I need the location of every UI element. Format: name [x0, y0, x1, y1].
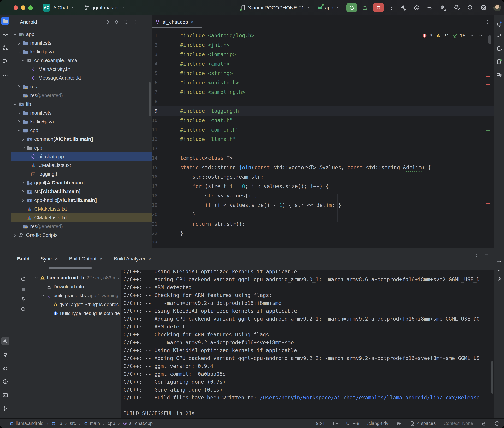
build-tree-item[interactable]: llama.android: fi22 sec, 583 ms [31, 273, 121, 282]
console-button-clear-all-trash[interactable] [495, 275, 503, 283]
code-line-9[interactable]: 9#include "logging.h" [152, 106, 494, 115]
build-options-kebab-icon[interactable] [474, 252, 479, 257]
chevron-down-icon[interactable] [21, 58, 26, 63]
chevron-right-icon[interactable] [17, 84, 22, 89]
window-zoom-button[interactable] [28, 6, 33, 10]
window-minimize-button[interactable] [21, 6, 25, 10]
chevron-right-icon[interactable] [21, 198, 26, 203]
code-line-5[interactable]: 5#include <string> [152, 68, 494, 78]
locate-icon[interactable] [105, 19, 110, 25]
stripe-button-device-manager[interactable] [495, 45, 503, 53]
kebab-icon[interactable] [132, 19, 138, 25]
collapse-all-icon[interactable] [123, 19, 129, 25]
caret-position-widget[interactable]: 9:21 [316, 421, 325, 426]
code-line-16[interactable]: 16 std::ostringstream str; [152, 172, 494, 181]
line-separator-widget[interactable]: LF [333, 421, 338, 426]
code-line-14[interactable]: 14template<class T> [152, 153, 494, 163]
tree-item-manifests[interactable]: manifests [11, 39, 152, 48]
next-problem-icon[interactable] [478, 33, 483, 38]
code-line-11[interactable]: 11#include "common.h" [152, 125, 494, 134]
code-line-13[interactable]: 13 [152, 144, 494, 153]
code-line-6[interactable]: 6#include <unistd.h> [152, 78, 494, 87]
expand-all-icon[interactable] [114, 19, 119, 25]
rerun-tasks-icon[interactable] [427, 4, 434, 11]
tree-item-app[interactable]: app [11, 30, 152, 39]
error-notice-icon[interactable] [494, 421, 500, 426]
console-button-soft-wrap[interactable] [495, 256, 503, 264]
stripe-button-pull-requests[interactable] [1, 57, 9, 65]
build-tree-item[interactable]: BuildType 'debug' is both de [31, 309, 121, 318]
code-line-8[interactable]: 8 [152, 97, 494, 106]
breadcrumb-item-ai-chat-cpp[interactable]: ai_chat.cpp [123, 421, 153, 426]
code-line-10[interactable]: 10#include "chat.h" [152, 115, 494, 125]
code-line-21[interactable]: 21 return str.str(); [152, 219, 494, 229]
stripe-button-running-devices[interactable] [495, 58, 503, 66]
tree-item-res[interactable]: res (generated) [11, 222, 152, 231]
stripe-button-problems[interactable] [1, 378, 9, 386]
project-selector[interactable]: AiChat [53, 5, 74, 11]
code-line-2[interactable]: 2#include <jni.h> [152, 40, 494, 50]
highlighting-level-icon[interactable] [396, 421, 402, 426]
build-tree-item[interactable]: 'jvmTarget: String' is deprec [31, 300, 121, 309]
re-sync-icon[interactable] [20, 276, 26, 282]
chevron-right-icon[interactable] [17, 110, 22, 115]
project-scrollbar[interactable] [149, 82, 151, 116]
code-line-17[interactable]: 17 for (size_t i = 0; i < values.size();… [152, 181, 494, 191]
stripe-button-logcat-cat[interactable] [1, 364, 9, 372]
rerun-app-button[interactable] [346, 3, 357, 12]
console-scrollbar[interactable] [491, 361, 493, 394]
navigate-with-selection-icon[interactable] [20, 306, 26, 313]
plus-icon[interactable] [95, 19, 101, 25]
chevron-right-icon[interactable] [21, 180, 26, 185]
device-selector[interactable]: Xiaomi POCOPHONE F1 [240, 5, 309, 11]
code-line-4[interactable]: 4#include <cmath> [152, 59, 494, 68]
tree-item-manifests[interactable]: manifests [11, 109, 152, 117]
tree-item-ai-chat-cpp[interactable]: ai_chat.cpp [11, 152, 152, 161]
code-line-23[interactable]: 23 [152, 238, 494, 247]
sync-refactor-icon[interactable] [413, 4, 420, 11]
suspend-icon[interactable] [20, 286, 26, 293]
stripe-button-notifications-bell[interactable] [495, 20, 503, 28]
chevron-right-icon[interactable] [17, 119, 22, 124]
tree-item-lib[interactable]: lib [11, 100, 152, 109]
chevron-right-icon[interactable] [17, 41, 22, 46]
build-console[interactable]: C/C++: -- Using KleidiAI optimized kerne… [121, 270, 494, 419]
settings-gear-icon[interactable] [480, 4, 487, 11]
breadcrumb-item-cpp[interactable]: cpp [108, 421, 115, 426]
chevron-right-icon[interactable] [21, 137, 26, 142]
tree-item-kotlin-java[interactable]: kotlin+java [11, 48, 152, 56]
code-line-22[interactable]: 22} [152, 229, 494, 238]
tree-item-kotlin-java[interactable]: kotlin+java [11, 117, 152, 126]
project-view-selector[interactable]: Android [20, 19, 43, 25]
stripe-button-more[interactable] [1, 71, 9, 80]
chevron-down-icon[interactable] [17, 49, 22, 54]
tree-item-cpp-httplib[interactable]: cpp-httplib [AiChat.lib.main] [11, 196, 152, 205]
code-viewport[interactable]: 1#include <android/log.h>2#include <jni.… [152, 29, 494, 248]
close-tab-icon[interactable]: ✕ [148, 256, 152, 262]
stripe-button-project-folder[interactable] [1, 16, 9, 25]
inspections-widget[interactable]: 3 24 15 [421, 32, 485, 39]
search-everywhere-icon[interactable] [467, 4, 474, 11]
tree-item-mainactivity-kt[interactable]: MainActivity.kt [11, 65, 152, 74]
build-tree-item[interactable]: build.gradle.ktsapp 1 warning [31, 291, 121, 300]
hide-icon[interactable] [142, 19, 147, 25]
stripe-button-structure[interactable] [1, 43, 9, 52]
debug-app-button[interactable] [361, 4, 369, 11]
close-tab-icon[interactable]: ✕ [54, 256, 58, 262]
error-stripe-mark[interactable] [486, 84, 490, 85]
error-stripe-mark[interactable] [486, 76, 490, 77]
chevron-down-icon[interactable] [21, 145, 26, 150]
stripe-button-app-insights-diamond[interactable] [1, 351, 9, 359]
chevron-right-icon[interactable] [12, 233, 17, 238]
code-line-12[interactable]: 12#include "llama.h" [152, 134, 494, 144]
build-run-hammer-icon[interactable] [400, 4, 407, 11]
breadcrumb-item-lib[interactable]: lib [51, 421, 62, 426]
tree-item-cmakelists-txt[interactable]: CMakeLists.txt [11, 205, 152, 214]
tree-item-ggml[interactable]: ggml [AiChat.lib.main] [11, 179, 152, 187]
chevron-right-icon[interactable] [21, 189, 26, 194]
previous-problem-icon[interactable] [469, 33, 474, 38]
change-stripe-mark[interactable] [486, 130, 490, 131]
stripe-button-terminal[interactable] [1, 391, 9, 399]
gradle-sync-icon[interactable] [453, 4, 461, 11]
breadcrumb-item-llama-android[interactable]: llama.android [10, 421, 43, 426]
